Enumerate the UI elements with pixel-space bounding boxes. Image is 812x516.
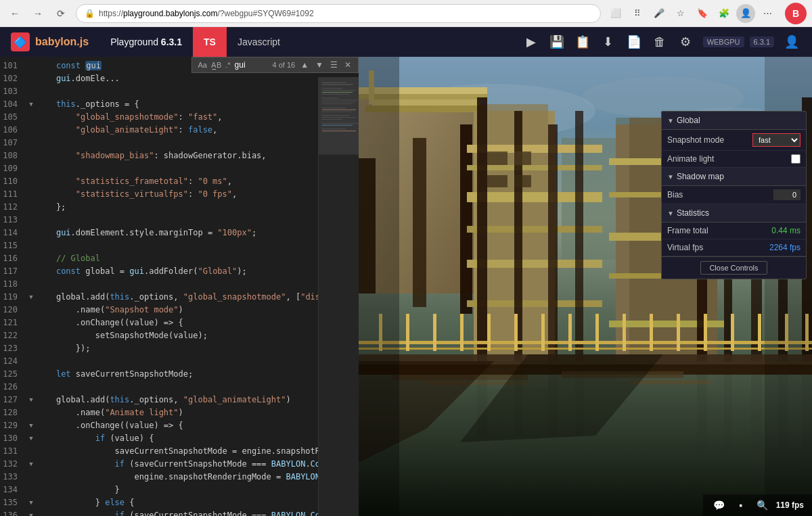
- code-editor: Aa A̲B .* 4 of 16 ▲ ▼ ☰ ✕ 101 const gui …: [0, 57, 359, 516]
- code-line-105: 105 "global_snapshotmode": "fast",: [0, 111, 359, 124]
- svg-rect-82: [433, 314, 436, 351]
- gui-statistics-header[interactable]: ▼ Statistics: [662, 204, 806, 222]
- gui-statistics-title: Statistics: [677, 208, 709, 218]
- gui-global-header[interactable]: ▼ Global: [662, 112, 806, 130]
- frame-total-label: Frame total: [667, 226, 771, 235]
- code-line-128: 128 .name("Animate light"): [0, 406, 359, 419]
- animate-light-checkbox[interactable]: [791, 154, 800, 164]
- code-line-129: 129 ▼ .onChange((value) => {: [0, 419, 359, 432]
- code-line-102: 102 gui.domEle...: [0, 72, 359, 85]
- search-next-button[interactable]: ▼: [314, 60, 325, 70]
- svg-rect-92: [704, 314, 707, 351]
- virtual-fps-control: 2264 fps: [769, 243, 800, 252]
- new-button[interactable]: 📄: [622, 30, 646, 54]
- logo-text: babylon.js: [35, 36, 89, 48]
- code-line-124: 124: [0, 355, 359, 368]
- code-lines: 101 const gui 102 gui.domEle... 103 104 …: [0, 57, 359, 516]
- delete-button[interactable]: 🗑: [648, 30, 672, 54]
- run-button[interactable]: ▶: [519, 30, 543, 54]
- svg-rect-37: [413, 138, 426, 307]
- code-line-119: 119 ▼ global.add(this._options, "global_…: [0, 291, 359, 304]
- code-line-122: 122 setSnapshotMode(value);: [0, 329, 359, 342]
- svg-rect-81: [406, 314, 409, 351]
- global-collapse-arrow: ▼: [667, 117, 674, 124]
- whole-word-icon: A̲B: [211, 61, 221, 70]
- app-title: Playground 6.3.1: [99, 37, 193, 47]
- code-line-106: 106 "global_animateLight": false,: [0, 124, 359, 137]
- code-line-113: 113: [0, 214, 359, 227]
- code-minimap[interactable]: [318, 77, 359, 516]
- code-line-123: 123 });: [0, 342, 359, 355]
- shadowmap-collapse-arrow: ▼: [667, 173, 674, 181]
- code-line-131: 131 saveCurrentSnapshotMode = engine.sna…: [0, 445, 359, 458]
- speech-button[interactable]: 🎤: [650, 4, 669, 23]
- code-line-114: 114 gui.domElement.style.marginTop = "10…: [0, 227, 359, 239]
- bias-input[interactable]: [773, 189, 800, 200]
- address-bar[interactable]: 🔒 https://playground.babylonjs.com/?webg…: [76, 4, 601, 23]
- svg-rect-97: [359, 57, 399, 516]
- gui-shadowmap-header[interactable]: ▼ Shadow map: [662, 168, 806, 186]
- star-button[interactable]: ☆: [671, 4, 690, 23]
- toolbar-actions: ▶ 💾 📋 ⬇ 📄 🗑 ⚙: [514, 30, 703, 54]
- forward-button[interactable]: →: [28, 4, 47, 23]
- apps-button[interactable]: ⠿: [628, 4, 647, 23]
- close-controls-button[interactable]: Close Controls: [700, 261, 767, 275]
- svg-rect-76: [487, 175, 508, 187]
- panel-icon[interactable]: ▪: [733, 497, 749, 513]
- back-button[interactable]: ←: [5, 4, 24, 23]
- search-bar: Aa A̲B .* 4 of 16 ▲ ▼ ☰ ✕: [191, 57, 359, 73]
- save-button[interactable]: 💾: [545, 30, 569, 54]
- cast-button[interactable]: ⬜: [606, 4, 625, 23]
- svg-rect-77: [514, 175, 531, 187]
- browser-bar: ← → ⟳ 🔒 https://playground.babylonjs.com…: [0, 0, 812, 27]
- copy-button[interactable]: 📋: [570, 30, 595, 54]
- virtual-fps-label: Virtual fps: [667, 243, 769, 252]
- svg-rect-94: [758, 314, 761, 351]
- logo-area: 🔷 babylon.js: [0, 32, 99, 51]
- animate-light-label: Animate light: [667, 154, 791, 164]
- lock-icon: 🔒: [85, 9, 95, 18]
- code-line-110: 110 "statistics_frametotal": "0 ms",: [0, 175, 359, 188]
- code-line-127: 127 ▼ global.add(this._options, "global_…: [0, 394, 359, 406]
- browser-controls: ← → ⟳: [5, 4, 70, 23]
- download-button[interactable]: ⬇: [596, 30, 621, 54]
- gui-snapshot-mode-row: Snapshot mode fast disabled slow: [662, 130, 806, 151]
- url-text: https://playground.babylonjs.com/?webgpu…: [99, 9, 314, 18]
- search-prev-button[interactable]: ▲: [299, 60, 310, 70]
- bookmark-button[interactable]: 🔖: [693, 4, 712, 23]
- babylonjs-extension-icon: B: [785, 3, 807, 24]
- refresh-button[interactable]: ⟳: [51, 4, 70, 23]
- more-button[interactable]: ⋯: [758, 4, 777, 23]
- webgpu-badge: WEBGPU: [703, 37, 744, 47]
- user-icon[interactable]: 👤: [780, 30, 804, 54]
- tab-ts[interactable]: TS: [193, 27, 227, 57]
- gui-panel: ▼ Global Snapshot mode fast disabled slo…: [661, 111, 807, 279]
- bias-label: Bias: [667, 190, 773, 200]
- chat-icon[interactable]: 💬: [711, 497, 727, 513]
- svg-rect-89: [623, 314, 626, 351]
- search-input[interactable]: [235, 60, 269, 70]
- gui-frame-total-row: Frame total 0.44 ms: [662, 222, 806, 239]
- babylon-logo-icon: 🔷: [11, 32, 30, 51]
- search-status-icon[interactable]: 🔍: [754, 497, 771, 513]
- code-line-120: 120 .name("Snapshot mode"): [0, 304, 359, 316]
- extension-button[interactable]: 🧩: [715, 4, 734, 23]
- frame-total-value: 0.44 ms: [771, 226, 800, 235]
- snapshot-mode-select[interactable]: fast disabled slow: [752, 133, 800, 147]
- code-line-135: 135 ▼ } else {: [0, 496, 359, 509]
- search-close-button[interactable]: ✕: [343, 60, 353, 70]
- gui-animate-light-row: Animate light: [662, 151, 806, 168]
- svg-rect-83: [460, 314, 464, 351]
- close-controls-area: Close Controls: [662, 256, 806, 279]
- settings-button[interactable]: ⚙: [673, 30, 698, 54]
- match-case-icon: Aa: [198, 61, 206, 69]
- svg-rect-87: [568, 314, 572, 351]
- viewport[interactable]: ▼ Global Snapshot mode fast disabled slo…: [359, 57, 812, 516]
- svg-rect-85: [514, 314, 518, 351]
- code-line-112: 112 };: [0, 201, 359, 214]
- code-line-109: 109: [0, 162, 359, 175]
- profile-button[interactable]: 👤: [736, 4, 755, 23]
- search-options-button[interactable]: ☰: [329, 60, 339, 70]
- code-line-134: 134 }: [0, 484, 359, 496]
- tab-js[interactable]: Javascript: [227, 27, 291, 57]
